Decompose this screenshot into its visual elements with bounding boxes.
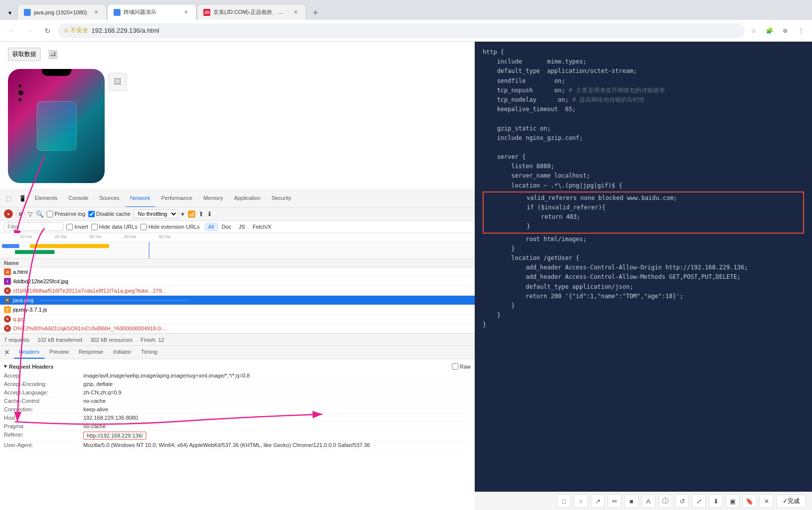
tab-dropdown[interactable]: ▾: [3, 6, 17, 20]
invert-checkbox[interactable]: Invert: [66, 224, 88, 230]
referer-value: http://192.168.229.136/: [83, 432, 146, 440]
request-row-qjpg[interactable]: ✕ q.jpg: [0, 315, 475, 324]
address-text: 192.168.229.136/a.html: [91, 27, 739, 34]
hide-extension-urls-input[interactable]: [140, 224, 147, 230]
request-row-jpg1[interactable]: I 4ddbd212be225fcd.jpg: [0, 277, 475, 286]
filter-js[interactable]: JS: [235, 223, 249, 231]
ann-download[interactable]: ⬇: [709, 494, 723, 508]
profile-button[interactable]: ⊕: [778, 24, 792, 38]
tab-java-png[interactable]: java.png (1920×1080) ✕: [17, 4, 107, 20]
req-icon-img1: I: [4, 278, 11, 285]
request-row-oe2[interactable]: ✕ O%E2%80%A601UqkSO91mCUlvBl6tH_!!600000…: [0, 324, 475, 333]
code-line-10: include nginx_gzip.conf;: [483, 133, 804, 143]
hide-extension-urls-checkbox[interactable]: Hide extension URLs: [140, 224, 199, 230]
detail-content[interactable]: ▾ Request Headers Raw Accept: image/avif…: [0, 359, 475, 510]
detail-tab-initiator[interactable]: Initiator: [108, 346, 136, 359]
disable-cache-input[interactable]: [88, 211, 95, 217]
error-icon-oe2: ✕: [4, 325, 11, 332]
bookmark-button[interactable]: ☆: [747, 24, 760, 38]
throttle-select[interactable]: No throttling Fast 3G Slow 3G Offline: [133, 209, 178, 218]
ann-grid[interactable]: ▣: [726, 494, 740, 508]
request-row-ahtml[interactable]: H a.html: [0, 267, 475, 277]
tab-application[interactable]: Application: [229, 190, 266, 207]
request-row-java-png[interactable]: ✕ java.png: [0, 296, 475, 305]
filter-doc[interactable]: Doc: [218, 223, 235, 231]
throttle-arrow[interactable]: ▾: [181, 210, 185, 218]
record-button[interactable]: ●: [4, 209, 13, 218]
tab-memory[interactable]: Memory: [198, 190, 228, 207]
get-data-button[interactable]: 获取数据: [8, 48, 41, 61]
request-row-jquery[interactable]: J jquery-3.7.1.js: [0, 305, 475, 315]
code-line-4: sendfile on;: [483, 76, 804, 86]
ann-expand[interactable]: ⤢: [692, 494, 706, 508]
ann-pen[interactable]: ✏: [608, 494, 622, 508]
devtools-icon-inspect[interactable]: ⬚: [2, 192, 15, 205]
search-icon[interactable]: 🔍: [36, 210, 44, 218]
ann-bookmark[interactable]: 🔖: [743, 494, 756, 508]
reload-button[interactable]: ↻: [40, 23, 56, 39]
tab-console[interactable]: Console: [63, 190, 93, 207]
hide-data-urls-input[interactable]: [91, 224, 98, 230]
req-icon-js: J: [4, 306, 11, 313]
timeline-bar-html: [2, 244, 19, 248]
more-button[interactable]: ⋮: [794, 24, 808, 38]
detail-tab-headers[interactable]: Headers: [14, 346, 45, 359]
ann-fill[interactable]: ■: [625, 494, 638, 508]
code-line-17: if ($invalid_referer){: [484, 203, 803, 212]
ann-info[interactable]: ⓘ: [658, 494, 672, 508]
filter-input[interactable]: [4, 222, 63, 231]
invert-input[interactable]: [66, 224, 73, 230]
back-button[interactable]: ←: [4, 23, 20, 39]
tab-sources[interactable]: Sources: [94, 190, 124, 207]
tab-close-2[interactable]: ✕: [182, 8, 190, 16]
clear-button[interactable]: ⊘: [16, 209, 25, 218]
detail-close[interactable]: ✕: [4, 348, 10, 356]
tab-close-3[interactable]: ✕: [292, 8, 300, 16]
code-line-2: include mime.types;: [483, 57, 804, 66]
detail-tab-response[interactable]: Response: [74, 346, 109, 359]
ann-circle[interactable]: ○: [574, 494, 588, 508]
detail-tab-timing[interactable]: Timing: [136, 346, 162, 359]
hide-data-urls-checkbox[interactable]: Hide data URLs: [91, 224, 138, 230]
tab-security[interactable]: Security: [266, 190, 296, 207]
ann-done[interactable]: ✓完成: [776, 495, 806, 508]
filter-fetch[interactable]: Fetch/X: [249, 223, 275, 231]
raw-input[interactable]: [452, 363, 458, 370]
code-line-7: keepalive_timeout 65;: [483, 105, 804, 114]
error-icon-q: ✕: [4, 316, 11, 322]
download-icon[interactable]: ⬇: [207, 210, 212, 218]
detail-tab-preview[interactable]: Preview: [45, 346, 74, 359]
disable-cache-checkbox[interactable]: Disable cache: [88, 211, 130, 217]
tab-close-1[interactable]: ✕: [92, 8, 100, 16]
raw-checkbox[interactable]: Raw: [452, 363, 471, 370]
preserve-log-checkbox[interactable]: Preserve log: [47, 211, 85, 217]
tab-network[interactable]: Network: [125, 190, 155, 207]
timeline-area[interactable]: 10 ms 20 ms 30 ms 40 ms 50 ms: [0, 233, 475, 259]
tab-crossorigin[interactable]: 跨域问题演示 ✕: [107, 4, 196, 20]
ann-arrow[interactable]: ↗: [591, 494, 605, 508]
status-bar: 7 requests 102 kB transferred 302 kB res…: [0, 333, 475, 345]
tab-performance[interactable]: Performance: [156, 190, 197, 207]
devtools-icon-device[interactable]: 📱: [16, 192, 29, 205]
new-tab-button[interactable]: +: [309, 6, 322, 20]
request-list[interactable]: Name H a.html I 4ddbd212be225fcd.jpg: [0, 259, 475, 333]
code-line-26: return 200 '{"id":1,"name":"TOM","age":1…: [483, 292, 804, 301]
ann-close[interactable]: ✕: [759, 494, 773, 508]
preserve-log-input[interactable]: [47, 211, 53, 217]
filter-icon[interactable]: ▽: [28, 210, 33, 218]
tab-favicon-1: [24, 9, 31, 16]
filter-all[interactable]: All: [205, 223, 218, 231]
tab-elements[interactable]: Elements: [30, 190, 62, 207]
request-row-jpg-error1[interactable]: ✕ cf1b9d16fdfaaf516f7e2011a7cda1e8f11f7a…: [0, 286, 475, 296]
tick-20: 20 ms: [55, 234, 67, 239]
forward-button[interactable]: →: [22, 23, 38, 39]
phone-image: [8, 69, 105, 183]
upload-icon[interactable]: ⬆: [198, 210, 204, 218]
ann-undo[interactable]: ↺: [675, 494, 689, 508]
ann-rect[interactable]: □: [557, 494, 571, 508]
extensions-button[interactable]: 🧩: [762, 24, 776, 38]
code-panel-container: http { include mime.types; default_type …: [475, 42, 812, 510]
section-toggle[interactable]: ▾: [4, 363, 7, 370]
ann-text[interactable]: A: [641, 494, 655, 508]
tab-jd[interactable]: JD 京东(JD.COM)-正品低价、品质... ✕: [197, 4, 306, 20]
